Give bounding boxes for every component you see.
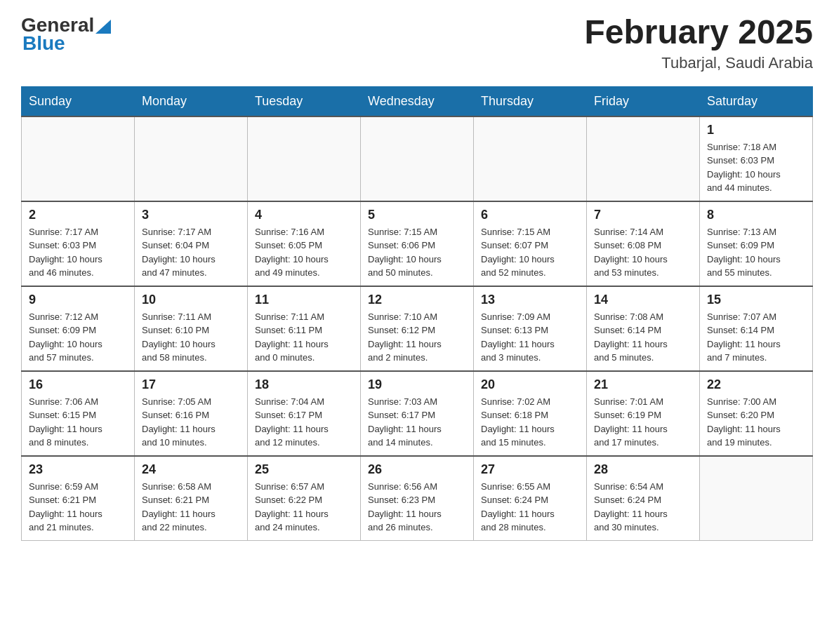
day-number: 9 <box>29 293 127 307</box>
day-info: Sunrise: 7:18 AM Sunset: 6:03 PM Dayligh… <box>707 140 805 195</box>
calendar-cell <box>22 116 135 201</box>
calendar-cell <box>587 116 700 201</box>
calendar-cell: 3Sunrise: 7:17 AM Sunset: 6:04 PM Daylig… <box>135 201 248 286</box>
day-number: 12 <box>368 293 466 307</box>
day-info: Sunrise: 6:58 AM Sunset: 6:21 PM Dayligh… <box>142 480 240 535</box>
calendar-cell: 5Sunrise: 7:15 AM Sunset: 6:06 PM Daylig… <box>361 201 474 286</box>
day-info: Sunrise: 6:56 AM Sunset: 6:23 PM Dayligh… <box>368 480 466 535</box>
day-info: Sunrise: 7:11 AM Sunset: 6:10 PM Dayligh… <box>142 310 240 365</box>
day-info: Sunrise: 7:02 AM Sunset: 6:18 PM Dayligh… <box>481 395 579 450</box>
calendar-cell: 20Sunrise: 7:02 AM Sunset: 6:18 PM Dayli… <box>474 371 587 456</box>
calendar-header-row: SundayMondayTuesdayWednesdayThursdayFrid… <box>22 86 813 116</box>
calendar-cell: 22Sunrise: 7:00 AM Sunset: 6:20 PM Dayli… <box>700 371 813 456</box>
column-header-monday: Monday <box>135 86 248 116</box>
calendar-cell: 23Sunrise: 6:59 AM Sunset: 6:21 PM Dayli… <box>22 456 135 541</box>
day-number: 18 <box>255 377 353 392</box>
day-number: 19 <box>368 377 466 392</box>
day-info: Sunrise: 6:59 AM Sunset: 6:21 PM Dayligh… <box>29 480 127 535</box>
week-row-3: 9Sunrise: 7:12 AM Sunset: 6:09 PM Daylig… <box>22 286 813 371</box>
day-info: Sunrise: 7:03 AM Sunset: 6:17 PM Dayligh… <box>368 395 466 450</box>
svg-marker-0 <box>95 20 111 34</box>
calendar-cell: 17Sunrise: 7:05 AM Sunset: 6:16 PM Dayli… <box>135 371 248 456</box>
logo-icon <box>95 14 111 34</box>
calendar-cell: 28Sunrise: 6:54 AM Sunset: 6:24 PM Dayli… <box>587 456 700 541</box>
day-number: 8 <box>707 208 805 222</box>
day-number: 3 <box>142 208 240 222</box>
calendar-cell <box>474 116 587 201</box>
day-number: 7 <box>594 208 692 222</box>
day-info: Sunrise: 7:17 AM Sunset: 6:03 PM Dayligh… <box>29 225 127 280</box>
logo: General Blue <box>21 14 111 55</box>
calendar-cell: 9Sunrise: 7:12 AM Sunset: 6:09 PM Daylig… <box>22 286 135 371</box>
calendar-cell: 8Sunrise: 7:13 AM Sunset: 6:09 PM Daylig… <box>700 201 813 286</box>
day-info: Sunrise: 7:10 AM Sunset: 6:12 PM Dayligh… <box>368 310 466 365</box>
day-number: 6 <box>481 208 579 222</box>
day-number: 4 <box>255 208 353 222</box>
calendar-cell: 2Sunrise: 7:17 AM Sunset: 6:03 PM Daylig… <box>22 201 135 286</box>
day-info: Sunrise: 7:13 AM Sunset: 6:09 PM Dayligh… <box>707 225 805 280</box>
day-info: Sunrise: 7:00 AM Sunset: 6:20 PM Dayligh… <box>707 395 805 450</box>
day-number: 1 <box>707 123 805 137</box>
column-header-thursday: Thursday <box>474 86 587 116</box>
day-number: 28 <box>594 462 692 477</box>
calendar-cell <box>248 116 361 201</box>
day-number: 25 <box>255 462 353 477</box>
day-info: Sunrise: 7:15 AM Sunset: 6:07 PM Dayligh… <box>481 225 579 280</box>
page-header: General Blue February 2025 Tubarjal, Sau… <box>21 14 813 72</box>
calendar-cell <box>135 116 248 201</box>
column-header-friday: Friday <box>587 86 700 116</box>
day-number: 22 <box>707 377 805 392</box>
calendar-cell: 18Sunrise: 7:04 AM Sunset: 6:17 PM Dayli… <box>248 371 361 456</box>
calendar-cell: 16Sunrise: 7:06 AM Sunset: 6:15 PM Dayli… <box>22 371 135 456</box>
calendar-cell: 11Sunrise: 7:11 AM Sunset: 6:11 PM Dayli… <box>248 286 361 371</box>
calendar-table: SundayMondayTuesdayWednesdayThursdayFrid… <box>21 86 813 541</box>
column-header-saturday: Saturday <box>700 86 813 116</box>
day-info: Sunrise: 6:55 AM Sunset: 6:24 PM Dayligh… <box>481 480 579 535</box>
day-info: Sunrise: 7:04 AM Sunset: 6:17 PM Dayligh… <box>255 395 353 450</box>
column-header-tuesday: Tuesday <box>248 86 361 116</box>
column-header-wednesday: Wednesday <box>361 86 474 116</box>
day-info: Sunrise: 7:06 AM Sunset: 6:15 PM Dayligh… <box>29 395 127 450</box>
day-info: Sunrise: 7:09 AM Sunset: 6:13 PM Dayligh… <box>481 310 579 365</box>
day-number: 26 <box>368 462 466 477</box>
calendar-cell: 7Sunrise: 7:14 AM Sunset: 6:08 PM Daylig… <box>587 201 700 286</box>
logo-blue-text: Blue <box>22 32 65 55</box>
calendar-cell: 26Sunrise: 6:56 AM Sunset: 6:23 PM Dayli… <box>361 456 474 541</box>
day-number: 17 <box>142 377 240 392</box>
calendar-cell: 12Sunrise: 7:10 AM Sunset: 6:12 PM Dayli… <box>361 286 474 371</box>
day-info: Sunrise: 7:08 AM Sunset: 6:14 PM Dayligh… <box>594 310 692 365</box>
calendar-cell: 1Sunrise: 7:18 AM Sunset: 6:03 PM Daylig… <box>700 116 813 201</box>
day-info: Sunrise: 7:15 AM Sunset: 6:06 PM Dayligh… <box>368 225 466 280</box>
day-number: 13 <box>481 293 579 307</box>
day-number: 11 <box>255 293 353 307</box>
calendar-cell <box>700 456 813 541</box>
day-number: 27 <box>481 462 579 477</box>
day-info: Sunrise: 6:57 AM Sunset: 6:22 PM Dayligh… <box>255 480 353 535</box>
calendar-cell: 10Sunrise: 7:11 AM Sunset: 6:10 PM Dayli… <box>135 286 248 371</box>
day-number: 20 <box>481 377 579 392</box>
week-row-2: 2Sunrise: 7:17 AM Sunset: 6:03 PM Daylig… <box>22 201 813 286</box>
calendar-cell: 21Sunrise: 7:01 AM Sunset: 6:19 PM Dayli… <box>587 371 700 456</box>
day-info: Sunrise: 7:07 AM Sunset: 6:14 PM Dayligh… <box>707 310 805 365</box>
calendar-subtitle: Tubarjal, Saudi Arabia <box>584 54 813 72</box>
day-number: 14 <box>594 293 692 307</box>
day-number: 15 <box>707 293 805 307</box>
calendar-cell <box>361 116 474 201</box>
calendar-cell: 27Sunrise: 6:55 AM Sunset: 6:24 PM Dayli… <box>474 456 587 541</box>
day-info: Sunrise: 7:16 AM Sunset: 6:05 PM Dayligh… <box>255 225 353 280</box>
calendar-title: February 2025 <box>584 14 813 51</box>
day-info: Sunrise: 7:17 AM Sunset: 6:04 PM Dayligh… <box>142 225 240 280</box>
day-info: Sunrise: 7:11 AM Sunset: 6:11 PM Dayligh… <box>255 310 353 365</box>
day-info: Sunrise: 6:54 AM Sunset: 6:24 PM Dayligh… <box>594 480 692 535</box>
day-number: 10 <box>142 293 240 307</box>
calendar-cell: 6Sunrise: 7:15 AM Sunset: 6:07 PM Daylig… <box>474 201 587 286</box>
day-number: 5 <box>368 208 466 222</box>
week-row-4: 16Sunrise: 7:06 AM Sunset: 6:15 PM Dayli… <box>22 371 813 456</box>
day-number: 21 <box>594 377 692 392</box>
calendar-cell: 24Sunrise: 6:58 AM Sunset: 6:21 PM Dayli… <box>135 456 248 541</box>
week-row-5: 23Sunrise: 6:59 AM Sunset: 6:21 PM Dayli… <box>22 456 813 541</box>
day-number: 24 <box>142 462 240 477</box>
day-info: Sunrise: 7:05 AM Sunset: 6:16 PM Dayligh… <box>142 395 240 450</box>
week-row-1: 1Sunrise: 7:18 AM Sunset: 6:03 PM Daylig… <box>22 116 813 201</box>
calendar-cell: 19Sunrise: 7:03 AM Sunset: 6:17 PM Dayli… <box>361 371 474 456</box>
